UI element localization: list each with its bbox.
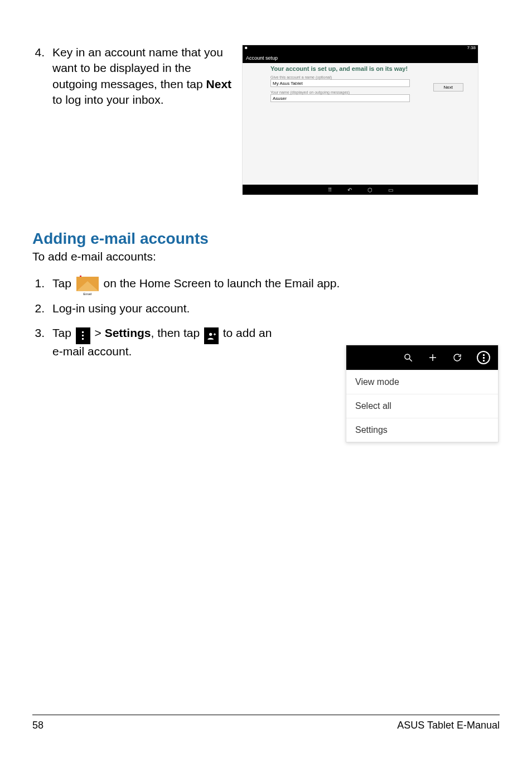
step-3-text-d: to add an xyxy=(223,326,272,339)
step-3-text-c: , then tap xyxy=(151,326,203,339)
manual-title: ASUS Tablet E-Manual xyxy=(397,720,500,731)
account-name-field[interactable]: My Asus Tablet xyxy=(270,79,410,87)
more-options-icon[interactable] xyxy=(76,327,90,344)
step-3-settings: Settings xyxy=(105,326,151,339)
refresh-icon[interactable] xyxy=(452,353,462,363)
recent-icon[interactable]: ▭ xyxy=(388,187,393,193)
step-4-number: 4. xyxy=(32,45,45,108)
back-icon[interactable]: ↶ xyxy=(347,187,352,193)
menu-item-select-all[interactable]: Select all xyxy=(346,394,498,418)
your-name-field[interactable]: Asuser xyxy=(270,94,410,102)
next-button[interactable]: Next xyxy=(433,83,463,91)
more-options-circle-icon[interactable] xyxy=(477,351,490,364)
apps-icon[interactable]: ⠿ xyxy=(328,187,332,193)
nav-bar: ⠿ ↶ ⬡ ▭ xyxy=(243,185,478,195)
home-icon[interactable]: ⬡ xyxy=(367,187,373,193)
menu-toolbar xyxy=(346,345,498,370)
email-app-icon: Email xyxy=(76,277,99,296)
email-icon-caption: Email xyxy=(76,292,99,297)
svg-line-2 xyxy=(409,359,412,361)
step-1-number: 1. xyxy=(32,274,45,293)
heading-adding-email: Adding e-mail accounts xyxy=(32,230,500,248)
lead-text: To add e-mail accounts: xyxy=(32,250,500,263)
menu-item-settings[interactable]: Settings xyxy=(346,418,498,442)
step-3-text-a: Tap xyxy=(52,326,75,339)
step-4: 4. Key in an account name that you want … xyxy=(32,45,232,108)
svg-point-0 xyxy=(209,332,212,335)
step-2-text: Log-in using your account. xyxy=(52,300,500,318)
add-account-icon[interactable] xyxy=(204,327,219,344)
step-1-text-b: on the Home Screen to launch the Email a… xyxy=(104,277,340,290)
screenshot-label-1: Give this account a name (optional) xyxy=(270,75,450,79)
step-3-number: 3. xyxy=(32,324,45,343)
step-3-text-b: > xyxy=(95,326,105,339)
step-3-text-e: e-mail account. xyxy=(52,345,132,358)
search-icon[interactable] xyxy=(403,353,413,363)
screenshot-breadcrumb: Account setup xyxy=(243,53,478,63)
screenshot-title: Your account is set up, and email is on … xyxy=(270,65,450,72)
step-2: 2. Log-in using your account. xyxy=(32,300,500,318)
step-1: 1. Tap Email on the Home Screen to launc… xyxy=(32,274,500,293)
step-4-bold: Next xyxy=(206,78,232,90)
page-footer: 58 ASUS Tablet E-Manual xyxy=(32,715,500,731)
status-time: 7:38 xyxy=(467,45,476,53)
step-4-text-b: to log into your inbox. xyxy=(52,93,164,106)
screenshot-account-setup: ■ 7:38 Account setup Your account is set… xyxy=(242,45,478,195)
step-4-text: Key in an account name that you want to … xyxy=(52,45,232,108)
page-number: 58 xyxy=(32,720,43,731)
add-icon[interactable] xyxy=(428,353,438,363)
status-bullet: ■ xyxy=(245,45,248,53)
step-2-number: 2. xyxy=(32,300,45,318)
step-1-text-a: Tap xyxy=(52,277,75,290)
step-4-text-a: Key in an account name that you want to … xyxy=(52,46,223,90)
svg-point-1 xyxy=(405,354,410,359)
screenshot-overflow-menu: View mode Select all Settings xyxy=(346,345,499,442)
screenshot-label-2: Your name (displayed on outgoing message… xyxy=(270,90,450,94)
status-bar: ■ 7:38 xyxy=(243,45,478,53)
menu-item-view-mode[interactable]: View mode xyxy=(346,370,498,394)
